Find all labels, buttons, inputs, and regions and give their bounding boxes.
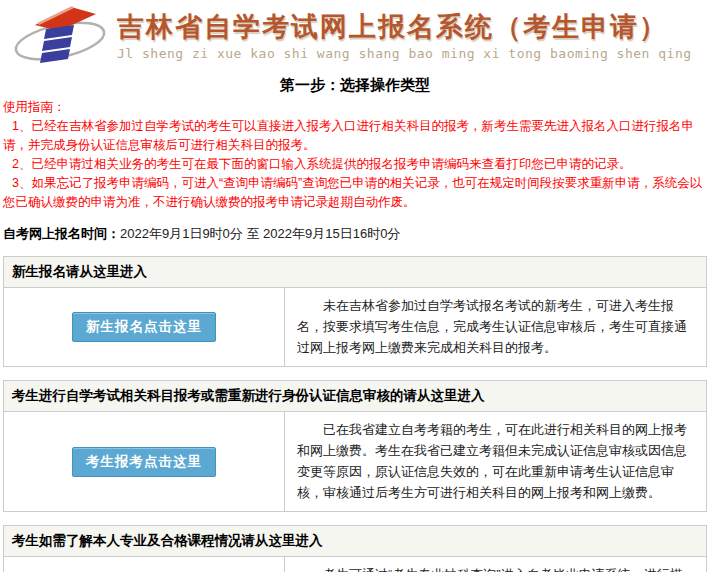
guide-title: 使用指南： — [3, 98, 707, 117]
missing-subjects-query-description: 考生可通过“考生专业缺科查询”进入自考毕业申请系统，进行模拟毕业申请来了解所学专… — [297, 564, 694, 572]
section-new-student-action-cell: 新生报名点击这里 — [4, 288, 285, 366]
missing-subjects-query-link[interactable]: 考生专业缺科查询 — [4, 557, 285, 572]
section-queries-header: 考生如需了解本人专业及合格课程情况请从这里进入 — [3, 525, 707, 557]
site-title: 吉林省自学考试网上报名系统（考生申请） — [117, 9, 692, 45]
section-new-student-header: 新生报名请从这里进入 — [3, 256, 707, 288]
guide-item-1: 1、已经在吉林省参加过自学考试的考生可以直接进入报考入口进行相关科目的报考，新考… — [3, 117, 707, 155]
site-subtitle-pinyin: Jl sheng zi xue kao shi wang shang bao m… — [117, 46, 692, 61]
section-queries-body: 考生专业缺科查询 考生可通过“考生专业缺科查询”进入自考毕业申请系统，进行模拟毕… — [3, 557, 707, 572]
site-logo-icon — [13, 4, 113, 66]
section-new-student-description: 未在吉林省参加过自学考试报名考试的新考生，可进入考生报名，按要求填写考生信息，完… — [297, 295, 694, 358]
section-exam-registration: 考生进行自学考试相关科目报考或需重新进行身份认证信息审核的请从这里进入 考生报考… — [3, 380, 707, 512]
missing-subjects-query-description-cell: 考生可通过“考生专业缺科查询”进入自考毕业申请系统，进行模拟毕业申请来了解所学专… — [285, 557, 706, 572]
section-exam-registration-action-cell: 考生报考点击这里 — [4, 412, 285, 511]
candidate-exam-register-button[interactable]: 考生报考点击这里 — [72, 447, 216, 477]
registration-time-label: 自考网上报名时间： — [3, 226, 120, 241]
section-new-student-body: 新生报名点击这里 未在吉林省参加过自学考试报名考试的新考生，可进入考生报名，按要… — [3, 288, 707, 367]
section-new-student: 新生报名请从这里进入 新生报名点击这里 未在吉林省参加过自学考试报名考试的新考生… — [3, 256, 707, 367]
section-exam-registration-description: 已在我省建立自考考籍的考生，可在此进行相关科目的网上报考和网上缴费。考生在我省已… — [297, 419, 694, 503]
query-row-missing-subjects: 考生专业缺科查询 考生可通过“考生专业缺科查询”进入自考毕业申请系统，进行模拟毕… — [4, 557, 706, 572]
guide-item-2: 2、已经申请过相关业务的考生可在最下面的窗口输入系统提供的报名报考申请编码来查看… — [3, 155, 707, 174]
section-exam-registration-description-cell: 已在我省建立自考考籍的考生，可在此进行相关科目的网上报考和网上缴费。考生在我省已… — [285, 412, 706, 511]
section-new-student-description-cell: 未在吉林省参加过自学考试报名考试的新考生，可进入考生报名，按要求填写考生信息，完… — [285, 288, 706, 366]
guide-item-3: 3、如果忘记了报考申请编码，可进入“查询申请编码”查询您已申请的相关记录，也可在… — [3, 174, 707, 212]
registration-time: 自考网上报名时间：2022年9月1日9时0分 至 2022年9月15日16时0分 — [3, 225, 707, 243]
section-exam-registration-body: 考生报考点击这里 已在我省建立自考考籍的考生，可在此进行相关科目的网上报考和网上… — [3, 412, 707, 512]
section-queries: 考生如需了解本人专业及合格课程情况请从这里进入 考生专业缺科查询 考生可通过“考… — [3, 525, 707, 572]
step-title: 第一步：选择操作类型 — [3, 76, 707, 95]
section-exam-registration-header: 考生进行自学考试相关科目报考或需重新进行身份认证信息审核的请从这里进入 — [3, 380, 707, 412]
page: 吉林省自学考试网上报名系统（考生申请） Jl sheng zi xue kao … — [0, 0, 710, 572]
site-titles: 吉林省自学考试网上报名系统（考生申请） Jl sheng zi xue kao … — [117, 9, 692, 61]
new-student-register-button[interactable]: 新生报名点击这里 — [72, 312, 216, 342]
usage-guide: 使用指南： 1、已经在吉林省参加过自学考试的考生可以直接进入报考入口进行相关科目… — [3, 98, 707, 212]
registration-time-value: 2022年9月1日9时0分 至 2022年9月15日16时0分 — [120, 226, 400, 241]
site-header: 吉林省自学考试网上报名系统（考生申请） Jl sheng zi xue kao … — [3, 0, 707, 68]
